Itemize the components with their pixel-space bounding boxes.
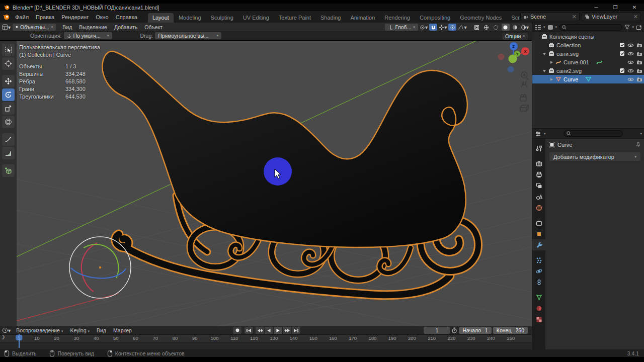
eye-toggle-icon[interactable] (627, 60, 634, 65)
topbar-menu-4[interactable]: Справка (112, 13, 141, 22)
properties-tab-particles[interactable] (532, 254, 545, 265)
workspace-tab-rendering[interactable]: Rendering (380, 13, 415, 23)
scene-selector[interactable]: Scene ✕ (520, 12, 580, 21)
check-toggle-icon[interactable] (619, 51, 625, 56)
properties-tab-view-layer[interactable] (532, 180, 545, 191)
shading-rendered-button[interactable]: ▾ (521, 24, 529, 31)
outliner-row-коллекция-сцены[interactable]: Коллекция сцены (532, 32, 644, 41)
viewlayer-selector[interactable]: ViewLayer ✕ (582, 12, 641, 21)
disclosure-icon[interactable] (542, 52, 548, 56)
maximize-button[interactable]: ❐ (606, 4, 625, 11)
properties-tab-physics[interactable] (532, 265, 545, 277)
workspace-tab-animation[interactable]: Animation (346, 13, 379, 23)
camera-toggle-icon[interactable] (636, 77, 642, 82)
eye-toggle-icon[interactable] (627, 77, 634, 82)
eye-toggle-icon[interactable] (627, 68, 634, 73)
viewport-menu-1[interactable]: Выделение (75, 23, 111, 32)
rotate-gizmo[interactable] (69, 237, 131, 298)
record-button[interactable] (233, 327, 242, 334)
properties-tab-constraints[interactable] (532, 277, 545, 288)
xray-button[interactable] (492, 24, 500, 31)
close-button[interactable]: ✕ (625, 4, 644, 11)
workspace-tab-compositing[interactable]: Compositing (415, 13, 455, 23)
workspace-tab-sculpting[interactable]: Sculpting (206, 13, 238, 23)
eye-toggle-icon[interactable] (627, 51, 634, 56)
workspace-tab-geometry-nodes[interactable]: Geometry Nodes (455, 13, 506, 23)
properties-editor-type-button[interactable] (535, 131, 541, 137)
unlink-scene-icon[interactable]: ✕ (572, 14, 577, 20)
viewport-menu-0[interactable]: Вид (59, 23, 75, 32)
camera-view-button[interactable] (520, 95, 526, 101)
pan-button[interactable] (521, 81, 527, 87)
outliner-editor-type-button[interactable] (535, 25, 541, 30)
overlays-button[interactable] (482, 24, 491, 31)
properties-search-input[interactable] (564, 130, 623, 137)
timeline-menu-2[interactable]: Вид (93, 326, 110, 335)
properties-tab-scene[interactable] (532, 191, 545, 202)
proportional-editing-button[interactable] (448, 24, 456, 31)
timeline-menu-3[interactable]: Маркер (110, 326, 135, 335)
scale-tool-button[interactable] (2, 102, 15, 115)
unlink-viewlayer-icon[interactable]: ✕ (633, 14, 638, 20)
rotate-tool-button[interactable] (2, 88, 15, 101)
workspace-tab-modeling[interactable]: Modeling (174, 13, 206, 23)
outliner-search-input[interactable] (559, 24, 622, 31)
outliner-row-сани2.svg[interactable]: сани2.svg (532, 66, 644, 75)
show-gizmo-button[interactable] (473, 24, 481, 31)
jump-to-start-button[interactable] (245, 327, 253, 334)
ortho-toggle-button[interactable] (520, 105, 528, 111)
properties-tab-material[interactable] (532, 303, 545, 314)
workspace-tab-uv-editing[interactable]: UV Editing (238, 13, 274, 23)
camera-toggle-icon[interactable] (636, 60, 642, 65)
auto-keying-icon[interactable] (451, 327, 457, 333)
timeline-menu-1[interactable]: Keying ▾ (66, 326, 93, 335)
viewport-3d[interactable]: Z X Y (0, 41, 532, 326)
properties-tab-collection[interactable] (532, 217, 545, 228)
properties-tab-data[interactable] (532, 292, 545, 303)
nav-axis-view[interactable] (509, 55, 517, 63)
nav-axis-minus-z[interactable] (508, 66, 514, 73)
transform-tool-button[interactable] (2, 116, 15, 128)
blender-menu-icon[interactable] (3, 14, 10, 20)
shading-solid-button[interactable] (502, 24, 510, 31)
play-button[interactable] (274, 327, 282, 334)
disclosure-icon[interactable] (549, 77, 555, 81)
play-reverse-button[interactable] (265, 327, 273, 334)
properties-tab-object[interactable] (532, 228, 545, 239)
outliner-row-curve[interactable]: Curve (532, 75, 644, 83)
jump-to-end-button[interactable] (292, 327, 300, 334)
properties-tab-render[interactable] (532, 158, 545, 169)
topbar-menu-1[interactable]: Правка (32, 13, 58, 22)
mode-dropdown[interactable]: Объектны... ▾ (13, 24, 56, 31)
viewport-menu-3[interactable]: Объект (141, 23, 166, 32)
outliner-row-сани.svg[interactable]: сани.svg (532, 49, 644, 58)
move-tool-button[interactable] (2, 75, 15, 87)
active-selection-dot[interactable] (264, 157, 292, 186)
properties-tab-tool[interactable] (532, 143, 545, 154)
camera-toggle-icon[interactable] (636, 68, 642, 73)
topbar-menu-3[interactable]: Окно (92, 13, 112, 22)
prev-keyframe-button[interactable] (256, 327, 264, 334)
transform-orientation-dropdown[interactable]: Глоб...▾ (385, 24, 418, 31)
workspace-tab-layout[interactable]: Layout (148, 13, 174, 23)
check-toggle-icon[interactable] (619, 42, 625, 48)
frame-end-field[interactable]: Конец 250 (493, 327, 528, 334)
viewport-menu-2[interactable]: Добавить (111, 23, 141, 32)
outliner-row-collection[interactable]: Collection (532, 41, 644, 49)
camera-toggle-icon[interactable] (636, 51, 642, 56)
check-toggle-icon[interactable] (619, 68, 625, 73)
pivot-point-button[interactable]: ▾ (420, 24, 428, 31)
topbar-menu-2[interactable]: Рендеринг (58, 13, 92, 22)
minimize-button[interactable]: ─ (587, 4, 606, 11)
outliner-row-curve.001[interactable]: Curve.001 (532, 58, 644, 66)
camera-toggle-icon[interactable] (636, 43, 642, 48)
timeline-ruler[interactable]: 1102030405060708090100110120130140150160… (0, 335, 532, 342)
zoom-button[interactable] (521, 72, 528, 79)
disclosure-icon[interactable] (549, 60, 555, 64)
add-modifier-button[interactable]: Добавить модификатор ▾ (549, 152, 641, 161)
add-cube-tool-button[interactable] (2, 164, 15, 177)
properties-tab-texture[interactable] (532, 314, 545, 325)
timeline-menu-0[interactable]: Воспроизведение ▾ (13, 326, 66, 335)
eye-toggle-icon[interactable] (627, 43, 634, 48)
frame-start-field[interactable]: Начало 1 (459, 327, 491, 334)
